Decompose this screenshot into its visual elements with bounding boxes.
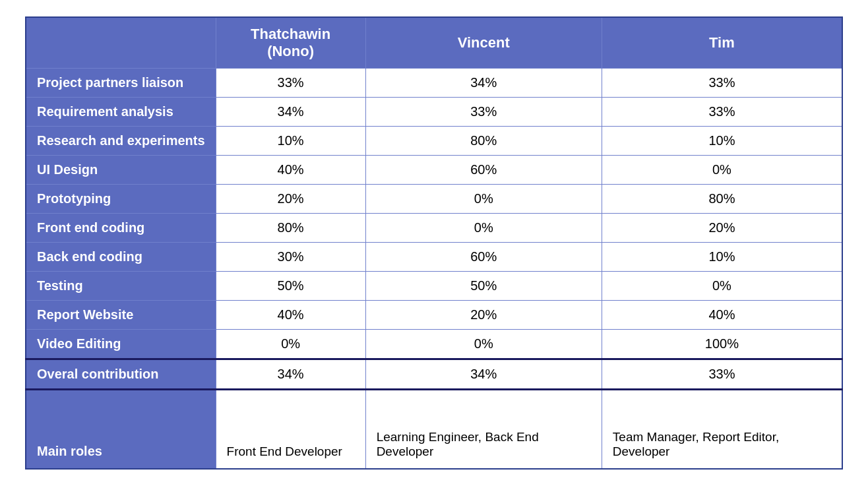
roles-col1: Front End Developer bbox=[216, 390, 365, 469]
row-task: UI Design bbox=[26, 156, 216, 185]
row-col1: 50% bbox=[216, 272, 365, 301]
row-col1: 80% bbox=[216, 214, 365, 243]
table-row: UI Design40%60%0% bbox=[26, 156, 842, 185]
subtotal-col2: 34% bbox=[365, 359, 602, 390]
table-row: Prototyping20%0%80% bbox=[26, 185, 842, 214]
row-col3: 10% bbox=[602, 127, 842, 156]
roles-col3: Team Manager, Report Editor, Developer bbox=[602, 390, 842, 469]
row-col2: 33% bbox=[365, 98, 602, 127]
row-col3: 20% bbox=[602, 214, 842, 243]
row-col2: 0% bbox=[365, 214, 602, 243]
table-row: Project partners liaison33%34%33% bbox=[26, 69, 842, 98]
header-row: Thatchawin (Nono) Vincent Tim bbox=[26, 17, 842, 69]
header-task bbox=[26, 17, 216, 69]
table-body: Project partners liaison33%34%33%Require… bbox=[26, 69, 842, 469]
subtotal-col3: 33% bbox=[602, 359, 842, 390]
row-col3: 33% bbox=[602, 98, 842, 127]
header-col1: Thatchawin (Nono) bbox=[216, 17, 365, 69]
contribution-table-container: Thatchawin (Nono) Vincent Tim Project pa… bbox=[25, 16, 843, 470]
row-col2: 50% bbox=[365, 272, 602, 301]
header-col2: Vincent bbox=[365, 17, 602, 69]
row-col2: 80% bbox=[365, 127, 602, 156]
row-col2: 60% bbox=[365, 243, 602, 272]
row-col3: 100% bbox=[602, 330, 842, 359]
row-col1: 33% bbox=[216, 69, 365, 98]
row-col3: 40% bbox=[602, 301, 842, 330]
row-col1: 34% bbox=[216, 98, 365, 127]
table-row: Research and experiments10%80%10% bbox=[26, 127, 842, 156]
row-task: Requirement analysis bbox=[26, 98, 216, 127]
row-task: Research and experiments bbox=[26, 127, 216, 156]
table-row: Report Website40%20%40% bbox=[26, 301, 842, 330]
table-row: Front end coding80%0%20% bbox=[26, 214, 842, 243]
row-col3: 10% bbox=[602, 243, 842, 272]
subtotal-col1: 34% bbox=[216, 359, 365, 390]
row-task: Video Editing bbox=[26, 330, 216, 359]
row-task: Back end coding bbox=[26, 243, 216, 272]
subtotal-row: Overal contribution 34% 34% 33% bbox=[26, 359, 842, 390]
header-col3: Tim bbox=[602, 17, 842, 69]
row-col2: 0% bbox=[365, 330, 602, 359]
row-col1: 30% bbox=[216, 243, 365, 272]
subtotal-task: Overal contribution bbox=[26, 359, 216, 390]
row-col3: 33% bbox=[602, 69, 842, 98]
row-col2: 60% bbox=[365, 156, 602, 185]
row-task: Front end coding bbox=[26, 214, 216, 243]
table-row: Requirement analysis34%33%33% bbox=[26, 98, 842, 127]
table-row: Video Editing0%0%100% bbox=[26, 330, 842, 359]
row-col3: 80% bbox=[602, 185, 842, 214]
roles-col2: Learning Engineer, Back End Developer bbox=[365, 390, 602, 469]
roles-task: Main roles bbox=[26, 390, 216, 469]
row-col1: 40% bbox=[216, 301, 365, 330]
row-col1: 20% bbox=[216, 185, 365, 214]
row-col3: 0% bbox=[602, 156, 842, 185]
row-task: Report Website bbox=[26, 301, 216, 330]
row-col3: 0% bbox=[602, 272, 842, 301]
roles-row: Main roles Front End Developer Learning … bbox=[26, 390, 842, 469]
row-task: Project partners liaison bbox=[26, 69, 216, 98]
row-col2: 34% bbox=[365, 69, 602, 98]
table-row: Testing50%50%0% bbox=[26, 272, 842, 301]
row-col2: 20% bbox=[365, 301, 602, 330]
row-task: Testing bbox=[26, 272, 216, 301]
row-task: Prototyping bbox=[26, 185, 216, 214]
contribution-table: Thatchawin (Nono) Vincent Tim Project pa… bbox=[25, 16, 843, 470]
row-col1: 0% bbox=[216, 330, 365, 359]
row-col2: 0% bbox=[365, 185, 602, 214]
row-col1: 40% bbox=[216, 156, 365, 185]
row-col1: 10% bbox=[216, 127, 365, 156]
table-row: Back end coding30%60%10% bbox=[26, 243, 842, 272]
